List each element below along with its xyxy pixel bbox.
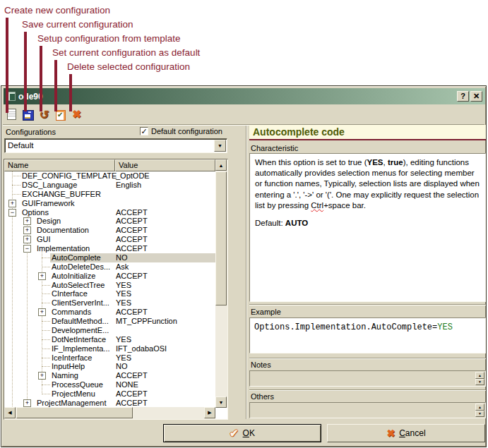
table-row[interactable]: GUI ACCEPT (4, 235, 215, 244)
table-row[interactable]: AutoDeleteDes... Ask (4, 262, 215, 272)
tree-connector (12, 176, 20, 176)
row-name: ProjectMenu (52, 389, 95, 399)
tree-connector (42, 339, 50, 340)
delete-configuration-button[interactable] (71, 109, 83, 121)
row-value: NO (116, 253, 128, 262)
table-row[interactable]: DotNetInterface YES (4, 335, 215, 344)
chevron-down-icon[interactable]: ▼ (214, 140, 226, 152)
table-row[interactable]: Options ACCEPT (4, 208, 215, 217)
table-row[interactable]: ProjectMenu ACCEPT (4, 389, 215, 399)
row-value: ACCEPT (116, 208, 148, 217)
table-row[interactable]: InputHelp NO (4, 362, 215, 371)
x-icon: ✖ (386, 428, 395, 439)
table-row[interactable]: CInterface YES (4, 289, 215, 298)
tree-expander-icon[interactable] (38, 272, 46, 280)
example-code-box: Options.Implementation.AutoComplete=YES (249, 317, 486, 353)
horizontal-scrollbar[interactable]: ◀ ▶ (4, 407, 215, 419)
row-value: ACCEPT (116, 272, 148, 281)
table-row[interactable]: AutoComplete NO (4, 253, 215, 262)
column-header-name[interactable]: Name (4, 159, 115, 171)
scroll-down-icon[interactable]: ▼ (475, 379, 484, 386)
table-row[interactable]: DSC_Language English (4, 181, 215, 190)
annotation-text: Setup configuration from template (37, 33, 181, 44)
vertical-scrollbar-thumb[interactable] (215, 171, 227, 305)
column-header-value[interactable]: Value (115, 159, 215, 171)
table-row[interactable]: Commands ACCEPT (4, 308, 215, 317)
ok-button[interactable]: ✔ OK (163, 424, 321, 442)
default-value-line: Default: AUTO (255, 218, 480, 229)
scroll-up-icon[interactable]: ▲ (475, 404, 484, 411)
others-scrollbar[interactable]: ▲ ▼ (475, 404, 484, 417)
row-name: GUI (37, 235, 51, 244)
horizontal-scrollbar-thumb[interactable] (16, 407, 133, 418)
configuration-select-value: Default (8, 141, 33, 150)
cancel-button[interactable]: ✖ Cancel (327, 424, 485, 442)
tree-expander-icon[interactable] (23, 217, 31, 225)
table-row[interactable]: Design ACCEPT (4, 217, 215, 226)
tree-expander-icon[interactable] (23, 399, 31, 407)
tree-expander-icon[interactable] (38, 372, 46, 380)
scroll-up-icon[interactable]: ▲ (215, 159, 227, 171)
close-button[interactable]: ✕ (470, 91, 482, 102)
table-row[interactable]: DevelopmentE... (4, 326, 215, 335)
row-name: AutoComplete (52, 253, 101, 262)
scroll-down-icon[interactable]: ▼ (215, 396, 227, 408)
tree-expander-icon[interactable] (23, 245, 31, 253)
row-name: Naming (52, 371, 78, 380)
tree-expander-icon[interactable] (8, 200, 16, 207)
row-name: IF_Implementa... (52, 344, 110, 353)
section-divider (249, 358, 486, 359)
row-value: YES (116, 335, 131, 344)
vertical-scrollbar[interactable]: ▲ ▼ (215, 159, 227, 408)
tree-connector (42, 293, 50, 294)
table-row[interactable]: AutoInitialize ACCEPT (4, 272, 215, 281)
table-row[interactable]: Naming ACCEPT (4, 371, 215, 380)
notes-field[interactable]: ▲ ▼ (249, 370, 486, 387)
scroll-down-icon[interactable]: ▼ (475, 411, 484, 418)
others-field[interactable]: ▲ ▼ (249, 402, 486, 418)
table-row[interactable]: ProjectManagement ACCEPT (4, 399, 215, 408)
tree-connector (42, 349, 50, 349)
row-name: DEF_CONFIG_TEMPLATE (22, 171, 117, 181)
table-row[interactable]: EXCHANGE_BUFFER (4, 190, 215, 199)
table-row[interactable]: ProcessQueue NONE (4, 380, 215, 389)
row-value: ACCEPT (116, 217, 148, 226)
annotation-text: Delete selected configuration (67, 61, 190, 72)
annotation-label: Delete selected configuration (67, 61, 190, 72)
scroll-left-icon[interactable]: ◀ (4, 407, 16, 418)
tree-expander-icon[interactable] (38, 308, 46, 316)
tree-expander-icon[interactable] (23, 226, 31, 234)
notes-scrollbar[interactable]: ▲ ▼ (475, 372, 484, 385)
title-bar[interactable]: ode90 ? ✕ (4, 88, 485, 104)
table-row[interactable]: Documentation ACCEPT (4, 226, 215, 235)
row-name: IceInterface (52, 353, 92, 363)
table-row[interactable]: AutoSelectTree YES (4, 281, 215, 290)
row-name: DefaultMethod... (52, 317, 109, 326)
tree-connector (42, 366, 50, 367)
row-name: Options (22, 208, 49, 217)
default-configuration-checkbox[interactable]: ✓ (140, 127, 148, 135)
row-name: AutoSelectTree (52, 281, 105, 290)
table-row[interactable]: GUIFramework (4, 199, 215, 208)
annotation-label: Setup configuration from template (37, 33, 181, 44)
row-value: YES (116, 298, 131, 308)
others-label: Others (251, 392, 274, 401)
row-value: _OptODE (116, 171, 150, 181)
table-row[interactable]: ClientServerInt... YES (4, 298, 215, 308)
table-row[interactable]: IF_Implementa... IFT_odabaOSI (4, 344, 215, 353)
row-name: DSC_Language (22, 181, 77, 190)
scroll-up-icon[interactable]: ▲ (475, 372, 484, 379)
row-value: NO (116, 362, 128, 371)
table-row[interactable]: IceInterface YES (4, 353, 215, 363)
example-code-value: YES (437, 322, 453, 332)
configuration-select[interactable]: Default ▼ (4, 138, 227, 153)
row-value: IFT_odabaOSI (116, 344, 167, 353)
table-row[interactable]: DefaultMethod... MT_CPPFunction (4, 317, 215, 326)
table-row[interactable]: DEF_CONFIG_TEMPLATE _OptODE (4, 171, 215, 181)
tree-expander-icon[interactable] (23, 236, 31, 243)
tree-expander-icon[interactable] (8, 209, 16, 217)
help-button[interactable]: ? (457, 91, 469, 102)
scroll-right-icon[interactable]: ▶ (204, 407, 215, 418)
row-name: AutoInitialize (52, 272, 95, 281)
table-row[interactable]: Implementation ACCEPT (4, 244, 215, 253)
